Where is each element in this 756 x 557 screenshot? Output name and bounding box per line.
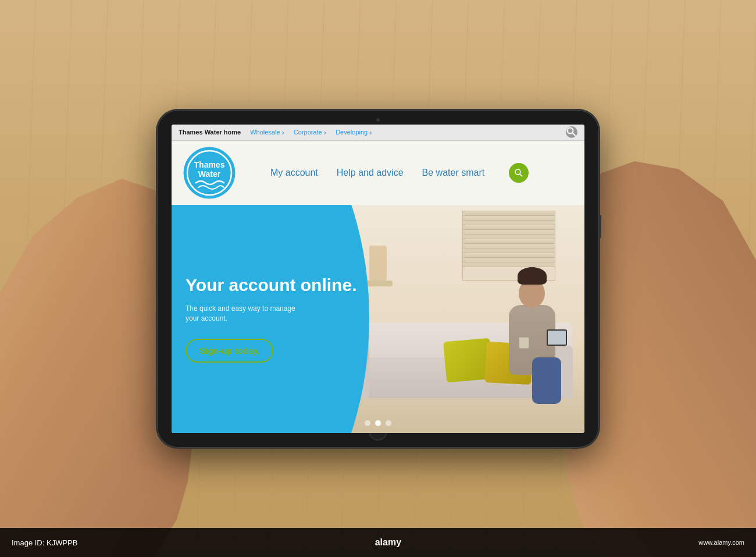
- svg-point-0: [568, 128, 573, 134]
- image-id: Image ID: KJWPPB: [12, 538, 77, 547]
- svg-text:Water: Water: [198, 169, 221, 179]
- nav-wholesale[interactable]: Wholesale: [250, 128, 284, 137]
- alamy-logo: alamy: [375, 537, 401, 548]
- ipad-screen: Thames Water home Wholesale Corporate De…: [172, 125, 584, 433]
- search-button[interactable]: [509, 163, 529, 183]
- svg-line-7: [520, 174, 522, 176]
- carousel-dot-3[interactable]: [386, 420, 391, 426]
- ipad-camera: [376, 118, 380, 122]
- nav-help-advice[interactable]: Help and advice: [337, 168, 404, 178]
- person-silhouette: [451, 264, 567, 404]
- nav-my-account[interactable]: My account: [270, 168, 318, 178]
- scene: Thames Water home Wholesale Corporate De…: [0, 0, 756, 557]
- main-header: Thames Water My account Help and advice …: [172, 141, 584, 205]
- hero-subtitle: The quick and easy way to manage your ac…: [186, 304, 308, 324]
- alamy-bar: Image ID: KJWPPB alamy www.alamy.com: [0, 528, 756, 557]
- nav-developing[interactable]: Developing: [336, 128, 372, 137]
- main-nav: My account Help and advice Be water smar…: [270, 163, 529, 183]
- carousel-dots: [365, 420, 391, 426]
- nav-corporate[interactable]: Corporate: [294, 128, 326, 137]
- nav-water-smart[interactable]: Be water smart: [422, 168, 485, 178]
- svg-text:Thames: Thames: [194, 160, 225, 169]
- thames-water-logo[interactable]: Thames Water: [183, 147, 236, 199]
- signup-button[interactable]: Sign-up today.: [186, 339, 273, 363]
- search-icon-small: [566, 126, 577, 138]
- ipad-device: Thames Water home Wholesale Corporate De…: [157, 110, 599, 448]
- ipad-side-button: [599, 215, 601, 238]
- svg-line-1: [573, 133, 575, 136]
- carousel-dot-1[interactable]: [365, 420, 370, 426]
- hero-section: Your account online. The quick and easy …: [172, 205, 584, 433]
- top-nav-search[interactable]: [566, 126, 577, 138]
- hero-title: Your account online.: [186, 275, 369, 296]
- alamy-url: www.alamy.com: [698, 539, 744, 546]
- carousel-dot-2[interactable]: [375, 420, 381, 426]
- nav-home[interactable]: Thames Water home: [179, 129, 241, 136]
- top-nav-bar: Thames Water home Wholesale Corporate De…: [172, 125, 584, 141]
